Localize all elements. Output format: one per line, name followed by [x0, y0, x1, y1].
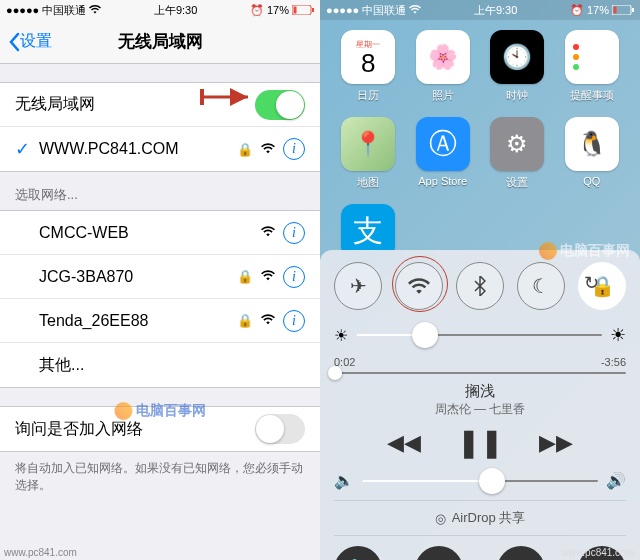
- home-screen-grid: 星期一8 日历 🌸 照片 🕙 时钟 提醒事项 📍 地图 Ⓐ App Store …: [320, 20, 640, 272]
- control-center: ✈ ☾ 🔒↻ ☀ ☀ 0:02 -3:56 搁浅 周杰伦 — 七里香: [320, 250, 640, 560]
- wifi-signal-icon: [261, 269, 275, 284]
- networks-section: CMCC-WEB i JCG-3BA870 🔒 i Tenda_26EE88 🔒…: [0, 210, 320, 388]
- alarm-icon: ⏰: [250, 4, 264, 17]
- airdrop-button[interactable]: ◎ AirDrop 共享: [334, 500, 626, 536]
- scrubber-slider[interactable]: [334, 372, 626, 374]
- brightness-high-icon: ☀: [610, 324, 626, 346]
- wifi-signal-icon: [261, 313, 275, 328]
- calculator-button[interactable]: 🖩: [497, 546, 545, 560]
- status-bar: ●●●●● 中国联通 上午9:30 ⏰ 17%: [0, 0, 320, 20]
- connected-network-name: WWW.PC841.COM: [39, 140, 237, 158]
- app-qq[interactable]: 🐧 QQ: [560, 117, 625, 190]
- lock-icon: 🔒: [237, 142, 253, 157]
- track-title: 搁浅: [334, 382, 626, 401]
- scrubber-time: 0:02 -3:56: [334, 356, 626, 368]
- signal-dots: ●●●●●: [6, 4, 39, 16]
- watermark: 电脑百事网: [539, 242, 630, 260]
- other-network-row[interactable]: 其他...: [0, 343, 320, 387]
- info-button[interactable]: i: [283, 222, 305, 244]
- track-artist: 周杰伦 — 七里香: [334, 401, 626, 418]
- wifi-icon: [409, 4, 421, 16]
- svg-rect-7: [632, 8, 634, 12]
- now-playing: 搁浅 周杰伦 — 七里香: [334, 382, 626, 418]
- wifi-button[interactable]: [395, 262, 443, 310]
- airdrop-icon: ◎: [435, 511, 446, 526]
- airplane-mode-button[interactable]: ✈: [334, 262, 382, 310]
- volume-low-icon: 🔈: [334, 471, 354, 490]
- signal-dots: ●●●●●: [326, 4, 359, 16]
- info-button[interactable]: i: [283, 266, 305, 288]
- wifi-settings-screen: ●●●●● 中国联通 上午9:30 ⏰ 17% 设置 无线局域网 无线局域网 ✓…: [0, 0, 320, 560]
- volume-slider-row: 🔈 🔊: [334, 471, 626, 490]
- clock-label: 上午9:30: [474, 3, 517, 18]
- wifi-toggle[interactable]: [255, 90, 305, 120]
- ask-join-toggle[interactable]: [255, 414, 305, 444]
- app-maps[interactable]: 📍 地图: [336, 117, 401, 190]
- wifi-toggle-row: 无线局域网: [0, 83, 320, 127]
- network-name: CMCC-WEB: [39, 224, 261, 242]
- alarm-icon: ⏰: [570, 4, 584, 17]
- network-row[interactable]: JCG-3BA870 🔒 i: [0, 255, 320, 299]
- flashlight-button[interactable]: 🔦: [334, 546, 382, 560]
- app-photos[interactable]: 🌸 照片: [411, 30, 476, 103]
- next-track-button[interactable]: ▶▶: [539, 430, 573, 456]
- status-bar: ●●●●● 中国联通 上午9:30 ⏰ 17%: [320, 0, 640, 20]
- network-row[interactable]: CMCC-WEB i: [0, 211, 320, 255]
- clock-label: 上午9:30: [154, 3, 197, 18]
- dnd-button[interactable]: ☾: [517, 262, 565, 310]
- wifi-toggle-section: 无线局域网 ✓ WWW.PC841.COM 🔒 i: [0, 82, 320, 172]
- wifi-signal-icon: [261, 142, 275, 157]
- carrier-label: 中国联通: [42, 3, 86, 18]
- app-calendar[interactable]: 星期一8 日历: [336, 30, 401, 103]
- wifi-icon: [89, 4, 101, 16]
- network-row[interactable]: Tenda_26EE88 🔒 i: [0, 299, 320, 343]
- wifi-toggle-label: 无线局域网: [15, 94, 255, 115]
- media-controls: ◀◀ ❚❚ ▶▶: [334, 426, 626, 459]
- volume-high-icon: 🔊: [606, 471, 626, 490]
- brightness-slider[interactable]: [356, 334, 602, 336]
- brightness-slider-row: ☀ ☀: [334, 324, 626, 346]
- volume-slider[interactable]: [362, 480, 598, 482]
- play-pause-button[interactable]: ❚❚: [457, 426, 503, 459]
- wifi-signal-icon: [261, 225, 275, 240]
- connected-network-row[interactable]: ✓ WWW.PC841.COM 🔒 i: [0, 127, 320, 171]
- back-button[interactable]: 设置: [8, 31, 52, 52]
- app-settings[interactable]: ⚙ 设置: [485, 117, 550, 190]
- url-watermark: www.pc841.com: [4, 547, 77, 558]
- carrier-label: 中国联通: [362, 3, 406, 18]
- chevron-left-icon: [8, 32, 20, 52]
- svg-rect-2: [312, 8, 314, 12]
- url-watermark: www.pc841.com: [561, 547, 634, 558]
- ask-join-label: 询问是否加入网络: [15, 419, 255, 440]
- airdrop-label: AirDrop 共享: [452, 509, 526, 527]
- cc-toggle-row: ✈ ☾ 🔒↻: [334, 262, 626, 310]
- info-button[interactable]: i: [283, 310, 305, 332]
- footer-hint: 将自动加入已知网络。如果没有已知网络，您必须手动选择。: [0, 452, 320, 502]
- battery-label: 17%: [267, 4, 289, 16]
- rotation-lock-button[interactable]: 🔒↻: [578, 262, 626, 310]
- logo-icon: [539, 242, 557, 260]
- svg-rect-6: [614, 7, 617, 14]
- checkmark-icon: ✓: [15, 138, 29, 160]
- network-name: JCG-3BA870: [39, 268, 237, 286]
- battery-icon: [292, 5, 314, 15]
- nav-bar: 设置 无线局域网: [0, 20, 320, 64]
- remaining-time: -3:56: [601, 356, 626, 368]
- svg-rect-1: [294, 7, 297, 14]
- app-reminders[interactable]: 提醒事项: [560, 30, 625, 103]
- other-label: 其他...: [39, 355, 305, 376]
- lock-icon: 🔒: [237, 269, 253, 284]
- back-label: 设置: [20, 31, 52, 52]
- prev-track-button[interactable]: ◀◀: [387, 430, 421, 456]
- control-center-screen: ●●●●● 中国联通 上午9:30 ⏰ 17% 星期一8 日历 🌸 照片 🕙 时…: [320, 0, 640, 560]
- app-appstore[interactable]: Ⓐ App Store: [411, 117, 476, 190]
- lock-icon: 🔒: [237, 313, 253, 328]
- info-button[interactable]: i: [283, 138, 305, 160]
- watermark: 电脑百事网: [115, 402, 206, 420]
- timer-button[interactable]: ⏱: [415, 546, 463, 560]
- logo-icon: [115, 402, 133, 420]
- battery-icon: [612, 5, 634, 15]
- page-title: 无线局域网: [118, 30, 203, 53]
- app-clock[interactable]: 🕙 时钟: [485, 30, 550, 103]
- bluetooth-button[interactable]: [456, 262, 504, 310]
